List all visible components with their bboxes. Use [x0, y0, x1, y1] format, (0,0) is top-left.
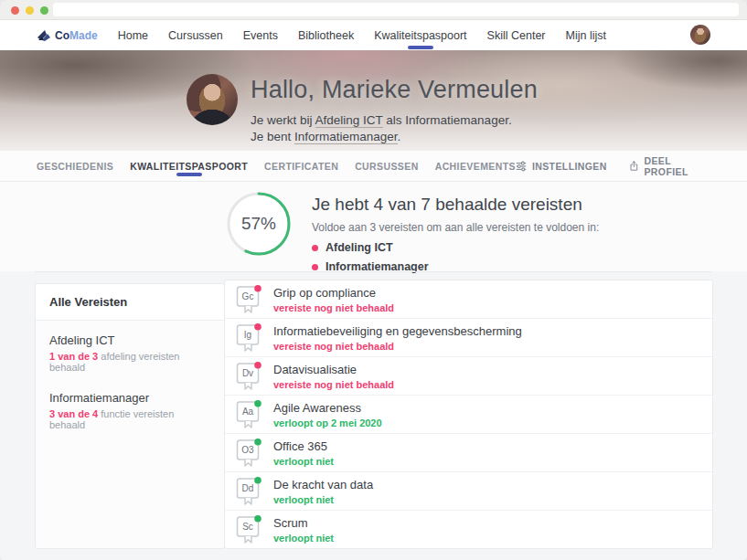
bullet-dot-icon [312, 264, 318, 270]
greeting-title: Hallo, Marieke Vermeulen [251, 76, 538, 104]
close-window-button[interactable] [11, 6, 19, 15]
status-dot-icon [254, 515, 261, 523]
count-badge: 3 van de 4 [49, 408, 98, 419]
svg-text:Sc: Sc [242, 522, 253, 532]
svg-text:Ig: Ig [244, 330, 251, 340]
status-text: verloopt niet [273, 533, 334, 544]
profile-tabs-bar: GESCHIEDENIS KWALITEITSPASPOORT CERTIFIC… [0, 151, 747, 182]
tab-certificaten[interactable]: CERTIFICATEN [264, 151, 338, 182]
status-text: vereiste nog niet behaald [273, 302, 394, 313]
count-badge: 1 van de 3 [49, 351, 98, 362]
department-link[interactable]: Afdeling ICT [315, 113, 383, 128]
missing-requirements-list: Afdeling ICT Informatiemanager [312, 241, 599, 273]
svg-text:O3: O3 [241, 445, 254, 455]
requirements-filter-panel: Alle Vereisten Afdeling ICT 1 van de 3 a… [35, 283, 225, 549]
url-bar[interactable] [53, 3, 739, 16]
status-dot-icon [254, 400, 261, 407]
user-avatar[interactable] [690, 25, 710, 45]
nav-item-bibliotheek[interactable]: Bibliotheek [298, 21, 354, 50]
status-text: verloopt niet [273, 456, 334, 467]
requirement-row[interactable]: Ig Informatiebeveiliging en gegevensbesc… [225, 318, 712, 356]
tab-geschiedenis[interactable]: GESCHIEDENIS [37, 151, 113, 182]
status-dot-icon [254, 477, 261, 484]
progress-percent: 57% [226, 191, 292, 257]
svg-text:Gc: Gc [242, 291, 254, 301]
sliders-icon [516, 161, 527, 172]
requirement-row[interactable]: Dd De kracht van data verloopt niet [225, 471, 712, 510]
browser-window: CoMade Home Cursussen Events Bibliotheek… [0, 0, 747, 560]
tab-cursussen[interactable]: CURSUSSEN [355, 151, 419, 182]
svg-text:Aa: Aa [242, 407, 254, 417]
progress-summary: 57% Je hebt 4 van 7 behaalde vereisten V… [226, 191, 599, 280]
nav-item-events[interactable]: Events [243, 21, 278, 50]
comade-logo-text: CoMade [55, 29, 98, 42]
svg-text:Dd: Dd [242, 483, 254, 493]
nav-item-mijn-lijst[interactable]: Mijn lijst [566, 21, 606, 50]
nav-item-kwaliteitspaspoort[interactable]: Kwaliteitspaspoort [374, 21, 466, 50]
filter-all-requirements[interactable]: Alle Vereisten [36, 284, 224, 321]
status-text: verloopt op 2 mei 2020 [273, 417, 382, 428]
bullet-dot-icon [312, 245, 318, 251]
nav-items: Home Cursussen Events Bibliotheek Kwalit… [118, 21, 606, 50]
comade-logo-icon [37, 29, 51, 42]
certificate-badge-icon: Gc [236, 285, 261, 314]
requirement-row[interactable]: Gc Grip op compliance vereiste nog niet … [225, 280, 712, 318]
section-divider [35, 271, 712, 272]
requirement-row[interactable]: Dv Datavisualisatie vereiste nog niet be… [225, 356, 712, 395]
progress-heading: Je hebt 4 van 7 behaalde vereisten [312, 195, 599, 215]
role-link[interactable]: Informatiemanager [294, 130, 398, 144]
progress-subtext: Voldoe aan 3 vereisten om aan alle verei… [312, 221, 599, 234]
tab-kwaliteitspaspoort[interactable]: KWALITEITSPASPOORT [130, 151, 248, 182]
certificate-badge-icon: Dd [236, 477, 261, 506]
requirement-row[interactable]: O3 Office 365 verloopt niet [225, 433, 712, 471]
profile-photo [187, 74, 238, 125]
certificate-badge-icon: Aa [236, 400, 261, 429]
status-text: verloopt niet [273, 494, 373, 505]
passport-content: 57% Je hebt 4 van 7 behaalde vereisten V… [0, 182, 747, 560]
requirements-list: Gc Grip op compliance vereiste nog niet … [224, 280, 713, 549]
filter-afdeling-ict[interactable]: Afdeling ICT 1 van de 3 afdeling vereist… [36, 321, 224, 378]
svg-text:Dv: Dv [242, 368, 253, 378]
status-dot-icon [254, 323, 261, 331]
browser-chrome [0, 0, 747, 20]
certificate-badge-icon: Dv [236, 362, 261, 391]
share-icon [629, 160, 639, 172]
top-nav: CoMade Home Cursussen Events Bibliotheek… [0, 20, 747, 50]
nav-item-cursussen[interactable]: Cursussen [168, 21, 223, 50]
zoom-window-button[interactable] [40, 6, 48, 15]
status-dot-icon [254, 438, 261, 446]
progress-ring: 57% [226, 191, 292, 257]
status-dot-icon [254, 285, 261, 292]
status-text: vereiste nog niet behaald [273, 341, 522, 352]
requirement-row[interactable]: Sc Scrum verloopt niet [225, 510, 712, 548]
certificate-badge-icon: Ig [236, 323, 261, 353]
status-text: vereiste nog niet behaald [273, 379, 394, 390]
certificate-badge-icon: Sc [236, 515, 261, 544]
comade-logo[interactable]: CoMade [37, 29, 98, 42]
certificate-badge-icon: O3 [236, 438, 261, 468]
greeting-subtext: Je werkt bij Afdeling ICT als Informatie… [251, 112, 525, 145]
share-profile-button[interactable]: DEEL PROFIEL [629, 155, 710, 177]
profile-hero: Hallo, Marieke Vermeulen Je werkt bij Af… [0, 50, 747, 151]
settings-button[interactable]: INSTELLINGEN [516, 161, 607, 172]
tab-achievements[interactable]: ACHIEVEMENTS [435, 151, 516, 182]
requirement-row[interactable]: Aa Agile Awareness verloopt op 2 mei 202… [225, 395, 712, 433]
nav-item-skill-center[interactable]: Skill Center [487, 21, 546, 50]
minimize-window-button[interactable] [26, 6, 34, 15]
filter-informatiemanager[interactable]: Informatiemanager 3 van de 4 functie ver… [36, 378, 224, 436]
list-item: Afdeling ICT [312, 241, 599, 254]
nav-item-home[interactable]: Home [118, 21, 148, 50]
status-dot-icon [254, 362, 261, 369]
